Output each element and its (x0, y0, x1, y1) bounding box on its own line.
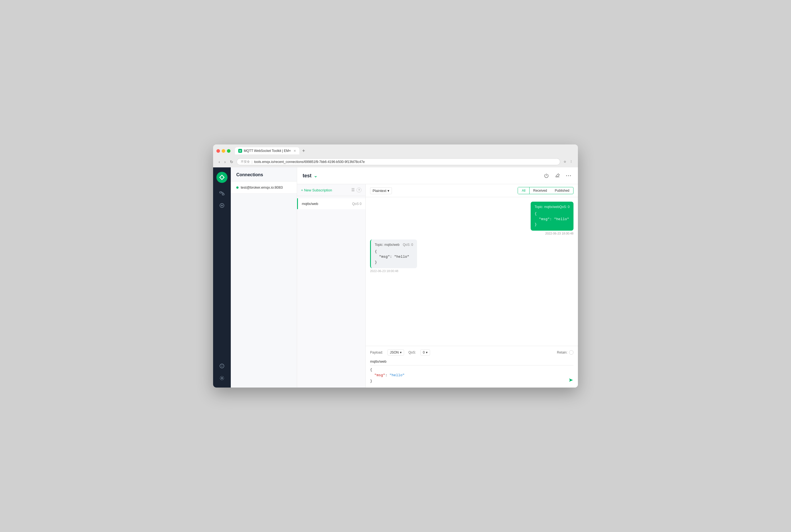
sidebar (213, 167, 231, 387)
nav-icons: ☆ ⋮ (563, 159, 573, 164)
security-label: 不安全 (241, 160, 250, 164)
title-text: test (302, 173, 312, 179)
svg-point-12 (566, 175, 567, 176)
svg-point-10 (221, 378, 223, 379)
publish-form: Payload: JSON ▾ QoS: 0 ▾ Retain (366, 346, 578, 387)
active-tab[interactable]: M MQTT WebSocket Toolkit | EM× ✕ (235, 147, 299, 154)
published-topic: Topic: mqttx/web (535, 205, 559, 209)
close-button[interactable] (216, 149, 220, 153)
message-section: + New Subscription ☰ ? mqttx/web QoS 0 (297, 184, 578, 387)
connection-panel: Connections test@broker.emqx.io:8083 (231, 167, 297, 387)
browser-titlebar: M MQTT WebSocket Toolkit | EM× ✕ + (216, 147, 575, 154)
filter-received-button[interactable]: Received (529, 187, 551, 194)
minimize-button[interactable] (222, 149, 225, 153)
payload-format-selector[interactable]: JSON ▾ (387, 349, 404, 356)
browser-nav: ‹ › ↻ 不安全 | tools.emqx.io/recent_connect… (216, 157, 575, 167)
qos-label: QoS: (408, 350, 416, 355)
subscription-qos: QoS 0 (352, 202, 362, 206)
more-options-icon[interactable]: ⋮ (569, 159, 573, 164)
reload-button[interactable]: ↻ (229, 159, 234, 165)
received-topic: Topic: mqttx/web (375, 243, 399, 247)
help-icon[interactable]: ? (356, 188, 362, 192)
sidebar-item-connections[interactable] (217, 188, 227, 198)
subscription-header: + New Subscription ☰ ? (297, 184, 365, 196)
main-area: test ⌄ (297, 167, 578, 387)
maximize-button[interactable] (227, 149, 231, 153)
published-message: Topic: mqttx/web QoS: 0 { "msg": "hello"… (531, 202, 573, 235)
connections-header: Connections (231, 167, 297, 182)
retain-label: Retain: (557, 350, 567, 355)
format-value: Plaintext (372, 189, 386, 193)
title-dropdown-icon[interactable]: ⌄ (314, 173, 317, 178)
subscription-panel: + New Subscription ☰ ? mqttx/web QoS 0 (297, 184, 366, 387)
received-qos: QoS: 0 (403, 243, 413, 247)
qos-arrow: ▾ (426, 350, 427, 355)
filter-all-button[interactable]: All (518, 187, 530, 194)
published-message-bubble: Topic: mqttx/web QoS: 0 { "msg": "hello"… (531, 202, 573, 231)
traffic-lights (216, 149, 231, 153)
connection-status-dot (236, 187, 239, 189)
sidebar-item-add[interactable] (217, 201, 227, 210)
topic-input[interactable] (370, 358, 573, 365)
connection-item[interactable]: test@broker.emqx.io:8083 (231, 182, 297, 194)
messages-toolbar: Plaintext ▾ All Received Published (366, 184, 578, 197)
retain-option: Retain: (557, 350, 573, 355)
edit-icon[interactable] (554, 172, 561, 179)
received-body: { "msg": "hello" } (375, 249, 413, 265)
format-arrow-icon: ▾ (387, 189, 389, 193)
format-selector[interactable]: Plaintext ▾ (370, 187, 392, 194)
power-icon[interactable] (542, 172, 550, 179)
app-logo (216, 172, 227, 183)
received-message-header: Topic: mqttx/web QoS: 0 (375, 243, 413, 247)
filter-published-button[interactable]: Published (551, 187, 573, 194)
published-message-header: Topic: mqttx/web QoS: 0 (535, 205, 570, 209)
subscription-item[interactable]: mqttx/web QoS 0 (297, 198, 365, 209)
sidebar-item-info[interactable] (217, 361, 227, 371)
browser-window: M MQTT WebSocket Toolkit | EM× ✕ + ‹ › ↻… (213, 145, 578, 387)
tab-title: MQTT WebSocket Toolkit | EM× (244, 149, 291, 153)
address-bar[interactable]: 不安全 | tools.emqx.io/recent_connections/6… (237, 158, 560, 165)
subscription-header-icons: ☰ ? (351, 188, 362, 192)
sidebar-item-settings[interactable] (217, 373, 227, 383)
more-icon[interactable] (565, 172, 572, 179)
connection-name: test@broker.emqx.io:8083 (241, 185, 283, 189)
payload-input[interactable]: { "msg": "hello" } (370, 367, 573, 384)
received-timestamp: 2022-06-23 18:00:48 (370, 269, 417, 273)
qos-value: 0 (423, 350, 425, 355)
messages-list: Topic: mqttx/web QoS: 0 { "msg": "hello"… (366, 197, 578, 346)
payload-format-value: JSON (390, 350, 399, 355)
qos-selector[interactable]: 0 ▾ (420, 349, 430, 356)
published-body: { "msg": "hello" } (535, 211, 570, 227)
svg-point-13 (568, 175, 569, 176)
filter-icon[interactable]: ☰ (351, 188, 355, 192)
main-actions (542, 172, 572, 179)
svg-point-14 (570, 175, 571, 176)
app-container: Connections test@broker.emqx.io:8083 tes… (213, 167, 578, 387)
new-tab-button[interactable]: + (300, 148, 307, 154)
new-subscription-button[interactable]: + New Subscription (301, 188, 350, 192)
tab-bar: M MQTT WebSocket Toolkit | EM× ✕ + (235, 147, 575, 154)
payload-format-arrow: ▾ (400, 350, 402, 355)
messages-panel: Plaintext ▾ All Received Published (366, 184, 578, 387)
published-qos: QoS: 0 (559, 205, 570, 209)
forward-button[interactable]: › (223, 159, 227, 165)
retain-checkbox[interactable] (569, 350, 573, 355)
connection-title: test ⌄ (302, 173, 317, 179)
svg-rect-0 (220, 192, 222, 193)
tab-close-button[interactable]: ✕ (294, 149, 296, 153)
svg-rect-1 (222, 194, 224, 195)
svg-point-9 (222, 365, 222, 365)
received-message-bubble: Topic: mqttx/web QoS: 0 { "msg": "hello"… (370, 240, 417, 268)
browser-chrome: M MQTT WebSocket Toolkit | EM× ✕ + ‹ › ↻… (213, 145, 578, 167)
bookmark-icon[interactable]: ☆ (563, 159, 567, 164)
main-header: test ⌄ (297, 167, 578, 184)
back-button[interactable]: ‹ (218, 159, 221, 165)
subscription-topic: mqttx/web (302, 202, 318, 206)
payload-label: Payload: (370, 350, 383, 355)
tab-favicon: M (238, 149, 242, 153)
publish-options: Payload: JSON ▾ QoS: 0 ▾ Retain (370, 349, 573, 356)
send-button[interactable] (568, 377, 573, 384)
message-filters: All Received Published (518, 187, 573, 194)
published-timestamp: 2022-06-23 18:00:48 (531, 232, 573, 235)
url-display: tools.emqx.io/recent_connections/699851f… (254, 160, 365, 164)
